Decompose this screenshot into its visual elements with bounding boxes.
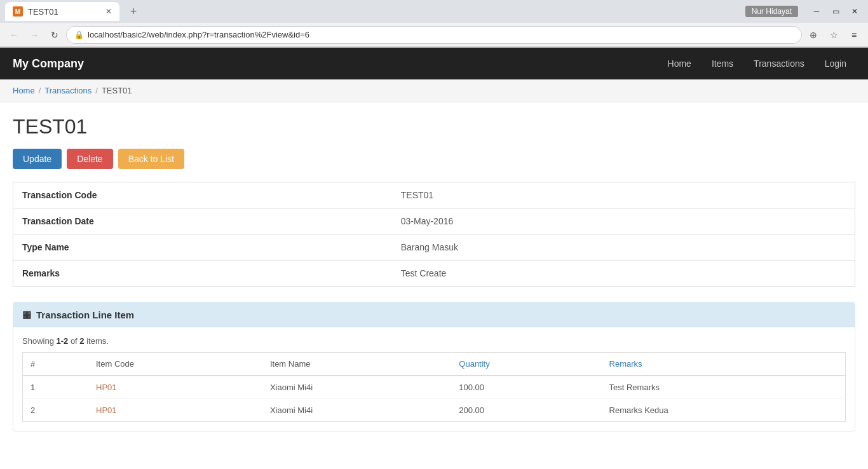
nav-home[interactable]: Home — [659, 53, 700, 74]
showing-prefix: Showing — [22, 336, 56, 346]
field-label-remarks: Remarks — [13, 261, 392, 287]
navbar-links: Home Items Transactions Login — [659, 53, 855, 74]
tab-close-button[interactable]: ✕ — [105, 7, 112, 16]
back-button[interactable]: ← — [5, 26, 23, 44]
table-row: Type Name Barang Masuk — [13, 234, 855, 261]
col-header-item-code: Item Code — [88, 353, 262, 376]
breadcrumb-sep-1: / — [39, 86, 41, 95]
breadcrumb-sep-2: / — [95, 86, 98, 95]
tab-title: TEST01 — [28, 7, 58, 17]
main-content: TEST01 Update Delete Back to List Transa… — [0, 102, 868, 444]
window-controls: ─ ▭ ✕ — [808, 3, 863, 20]
new-tab-button[interactable]: + — [125, 3, 142, 20]
row-quantity: 100.00 — [451, 376, 601, 399]
nav-login[interactable]: Login — [816, 53, 855, 74]
panel-title: Transaction Line Item — [36, 309, 134, 320]
nav-transactions[interactable]: Transactions — [745, 53, 813, 74]
field-value-transaction-code: TEST01 — [392, 182, 855, 208]
url-text: localhost/basic2/web/index.php?r=transac… — [88, 30, 794, 39]
row-num: 1 — [23, 376, 89, 399]
nav-items[interactable]: Items — [703, 53, 742, 74]
browser-tab[interactable]: M TEST01 ✕ — [5, 2, 119, 21]
panel-heading: ▦ Transaction Line Item — [13, 302, 855, 327]
col-header-item-name: Item Name — [262, 353, 451, 376]
field-value-transaction-date: 03-May-2016 — [392, 208, 855, 234]
line-items-panel: ▦ Transaction Line Item Showing 1-2 of 2… — [13, 302, 855, 432]
showing-of: of — [68, 336, 79, 346]
breadcrumb: Home / Transactions / TEST01 — [0, 79, 868, 102]
panel-body: Showing 1-2 of 2 items. # Item Code Item… — [13, 327, 855, 431]
tab-favicon: M — [13, 6, 23, 17]
table-row: Transaction Code TEST01 — [13, 182, 855, 208]
showing-count: 2 — [79, 336, 84, 346]
table-row: Transaction Date 03-May-2016 — [13, 208, 855, 234]
row-item-code[interactable]: HP01 — [88, 376, 262, 399]
browser-titlebar: M TEST01 ✕ + Nur Hidayat ─ ▭ ✕ — [0, 0, 868, 23]
line-item-table: # Item Code Item Name Quantity Remarks 1… — [22, 352, 846, 422]
row-num: 2 — [23, 399, 89, 422]
navbar: My Company Home Items Transactions Login — [0, 48, 868, 79]
table-header-row: # Item Code Item Name Quantity Remarks — [23, 353, 846, 376]
page-title: TEST01 — [13, 115, 855, 139]
row-item-name: Xiaomi Mi4i — [262, 376, 451, 399]
field-label-transaction-code: Transaction Code — [13, 182, 392, 208]
row-quantity: 200.00 — [451, 399, 601, 422]
lock-icon: 🔒 — [74, 31, 84, 39]
col-header-remarks[interactable]: Remarks — [602, 353, 846, 376]
browser-toolbar: ← → ↻ 🔒 localhost/basic2/web/index.php?r… — [0, 23, 868, 47]
browser-right-icons: ⊕ ☆ ≡ — [804, 26, 863, 44]
row-item-name: Xiaomi Mi4i — [262, 399, 451, 422]
update-button[interactable]: Update — [13, 149, 62, 169]
zoom-button[interactable]: ⊕ — [804, 26, 822, 44]
breadcrumb-transactions[interactable]: Transactions — [44, 86, 92, 95]
showing-text: Showing 1-2 of 2 items. — [22, 336, 846, 346]
menu-button[interactable]: ≡ — [845, 26, 863, 44]
panel-icon: ▦ — [22, 309, 31, 320]
detail-table: Transaction Code TEST01 Transaction Date… — [13, 182, 855, 287]
minimize-button[interactable]: ─ — [808, 3, 825, 20]
field-value-type-name: Barang Masuk — [392, 234, 855, 261]
delete-button[interactable]: Delete — [67, 149, 112, 169]
back-to-list-button[interactable]: Back to List — [118, 149, 184, 169]
breadcrumb-home[interactable]: Home — [13, 86, 35, 95]
navbar-brand[interactable]: My Company — [13, 57, 84, 71]
address-bar[interactable]: 🔒 localhost/basic2/web/index.php?r=trans… — [66, 26, 802, 44]
maximize-button[interactable]: ▭ — [827, 3, 844, 20]
breadcrumb-current: TEST01 — [102, 86, 132, 95]
table-row: 1 HP01 Xiaomi Mi4i 100.00 Test Remarks — [23, 376, 846, 399]
field-label-type-name: Type Name — [13, 234, 392, 261]
forward-button[interactable]: → — [25, 26, 43, 44]
action-buttons: Update Delete Back to List — [13, 149, 855, 169]
table-row: Remarks Test Create — [13, 261, 855, 287]
row-item-code[interactable]: HP01 — [88, 399, 262, 422]
close-window-button[interactable]: ✕ — [846, 3, 863, 20]
browser-user: Nur Hidayat — [745, 6, 798, 17]
reload-button[interactable]: ↻ — [46, 26, 64, 44]
item-code-link[interactable]: HP01 — [96, 405, 117, 415]
star-button[interactable]: ☆ — [825, 26, 843, 44]
field-value-remarks: Test Create — [392, 261, 855, 287]
col-header-quantity[interactable]: Quantity — [451, 353, 601, 376]
showing-suffix: items. — [85, 336, 109, 346]
item-code-link[interactable]: HP01 — [96, 383, 117, 392]
field-label-transaction-date: Transaction Date — [13, 208, 392, 234]
row-remarks: Remarks Kedua — [602, 399, 846, 422]
browser-chrome: M TEST01 ✕ + Nur Hidayat ─ ▭ ✕ ← → ↻ 🔒 l… — [0, 0, 868, 48]
row-remarks: Test Remarks — [602, 376, 846, 399]
showing-range: 1-2 — [56, 336, 68, 346]
table-row: 2 HP01 Xiaomi Mi4i 200.00 Remarks Kedua — [23, 399, 846, 422]
col-header-num: # — [23, 353, 89, 376]
